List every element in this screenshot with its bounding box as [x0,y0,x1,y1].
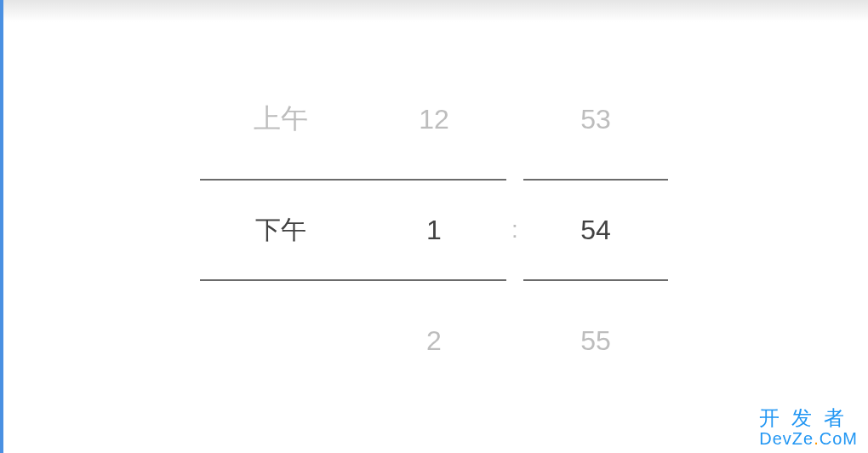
watermark: 开发者 DevZe.CoM [759,407,858,448]
time-separator: : [506,60,523,400]
minute-prev[interactable]: 53 [523,60,668,179]
watermark-line1: 开发者 [759,407,858,429]
watermark-pre: DevZe [759,429,814,448]
minute-wheel[interactable]: 53 54 55 [523,60,668,400]
minute-next[interactable]: 55 [523,281,668,400]
ampm-prev[interactable]: 上午 [200,60,362,179]
minute-selected[interactable]: 54 [523,179,668,281]
hour-prev[interactable]: 12 [362,60,506,179]
ampm-current-label: 下午 [255,213,306,248]
watermark-post: CoM [819,429,858,448]
left-accent-bar [0,0,3,453]
ampm-selected[interactable]: 下午 [200,179,362,281]
hour-next[interactable]: 2 [362,281,506,400]
top-shadow [0,0,868,22]
ampm-wheel[interactable]: 上午 下午 [200,60,362,400]
ampm-next[interactable] [200,281,362,400]
hour-wheel[interactable]: 12 1 2 [362,60,506,400]
time-picker: 上午 下午 12 1 2 : 53 54 55 [200,60,668,400]
hour-selected[interactable]: 1 [362,179,506,281]
watermark-line2: DevZe.CoM [759,429,858,448]
